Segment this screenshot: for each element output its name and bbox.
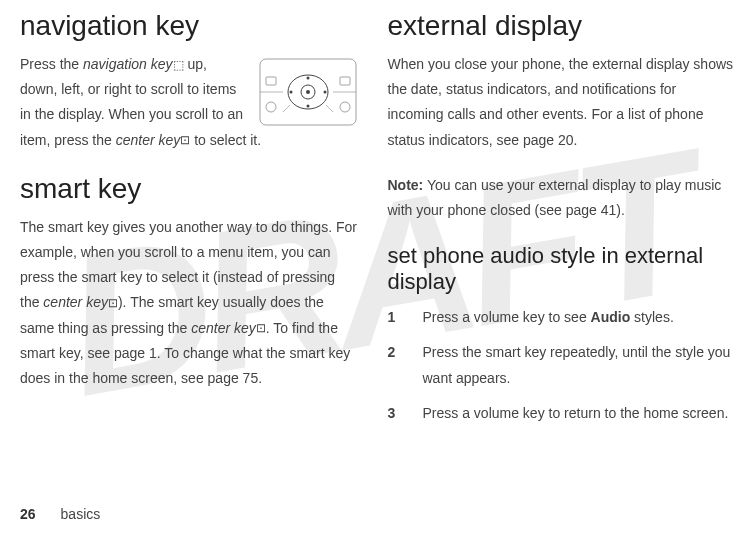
section-label: basics [61,506,101,522]
step-number: 2 [388,340,423,390]
svg-point-3 [306,90,310,94]
navigation-key-illustration [258,57,358,127]
audio-style-steps: 1 Press a volume key to see Audio styles… [388,305,736,426]
navigation-key-section: navigation key [20,10,358,153]
step-1: 1 Press a volume key to see Audio styles… [388,305,736,330]
smart-key-heading: smart key [20,173,358,205]
page-number: 26 [20,506,36,522]
note-body: You can use your external display to pla… [388,177,722,218]
page-footer: 26 basics [20,506,100,522]
svg-line-10 [283,105,290,112]
step-number: 1 [388,305,423,330]
center-key-icon: ⊡ [256,318,266,340]
step-2: 2 Press the smart key repeatedly, until … [388,340,736,390]
nav-key-term: navigation key [83,56,173,72]
svg-rect-12 [266,77,276,85]
center-key-icon: ⊡ [108,293,118,315]
left-column: navigation key [20,10,378,436]
svg-point-4 [306,77,309,80]
step-text: Press a volume key to see Audio styles. [423,305,674,330]
step-text: Press the smart key repeatedly, until th… [423,340,736,390]
page-content: navigation key [0,0,755,456]
step-text: Press a volume key to return to the home… [423,401,729,426]
nav-key-icon: ⬚ [173,55,184,77]
step-number: 3 [388,401,423,426]
center-key-term: center key [43,294,108,310]
svg-point-15 [340,102,350,112]
audio-style-section: set phone audio style in external displa… [388,243,736,426]
svg-point-6 [289,91,292,94]
audio-label: Audio [591,309,631,325]
external-display-note: Note: You can use your external display … [388,173,736,223]
svg-point-14 [266,102,276,112]
step-3: 3 Press a volume key to return to the ho… [388,401,736,426]
audio-style-heading: set phone audio style in external displa… [388,243,736,295]
text: to select it. [190,132,261,148]
external-display-body: When you close your phone, the external … [388,52,736,153]
svg-point-7 [323,91,326,94]
svg-line-11 [326,105,333,112]
right-column: external display When you close your pho… [378,10,736,436]
center-key-icon: ⊡ [180,130,190,152]
external-display-section: external display When you close your pho… [388,10,736,223]
svg-rect-13 [340,77,350,85]
center-key-term: center key [191,320,256,336]
note-label: Note: [388,177,424,193]
navigation-key-heading: navigation key [20,10,358,42]
svg-point-5 [306,105,309,108]
center-key-term: center key [116,132,181,148]
smart-key-section: smart key The smart key gives you anothe… [20,173,358,391]
external-display-heading: external display [388,10,736,42]
smart-key-body: The smart key gives you another way to d… [20,215,358,391]
text: styles. [630,309,674,325]
text: Press a volume key to see [423,309,591,325]
text: Press the [20,56,83,72]
